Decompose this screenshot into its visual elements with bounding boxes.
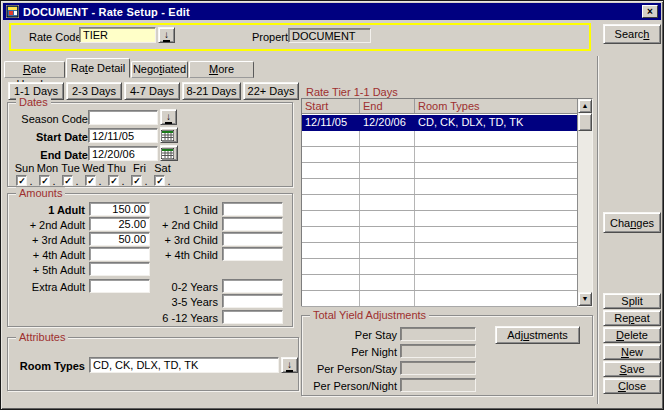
cell-start xyxy=(302,131,360,146)
cell-end xyxy=(360,227,415,242)
cell-room-types xyxy=(415,259,577,274)
weekday-checkbox[interactable]: ✓ xyxy=(108,175,119,186)
yield-input-2[interactable] xyxy=(400,361,476,375)
tier-table-empty-row[interactable] xyxy=(302,243,577,259)
tier-table-empty-row[interactable] xyxy=(302,147,577,163)
scroll-up-icon[interactable]: ▲ xyxy=(578,99,592,113)
tier-table-row[interactable]: 12/11/0512/20/06CD, CK, DLX, TD, TK xyxy=(302,115,577,131)
year-row-0-input[interactable] xyxy=(222,279,283,293)
adjustments-button[interactable]: Adjustments xyxy=(495,326,580,344)
yield-input-1[interactable] xyxy=(400,344,476,358)
weekday-label: Mon xyxy=(36,162,59,174)
save-button[interactable]: Save xyxy=(603,361,661,377)
tier-table-empty-row[interactable] xyxy=(302,291,577,307)
tab-rate-header[interactable]: Rate Header xyxy=(4,61,65,78)
tier-table-empty-row[interactable] xyxy=(302,195,577,211)
close-icon[interactable]: × xyxy=(642,5,658,18)
start-date-calendar-button[interactable] xyxy=(160,127,178,143)
weekday-check-row: ✓. xyxy=(151,175,174,186)
year-row-2-label: 6 -12 Years xyxy=(8,312,218,324)
tier-table-title: Rate Tier 1-1 Days xyxy=(306,85,398,99)
repeat-button[interactable]: Repeat xyxy=(603,310,661,326)
cell-end xyxy=(360,147,415,162)
cell-room-types xyxy=(415,275,577,290)
weekday-checkbox[interactable]: ✓ xyxy=(62,175,73,186)
split-button[interactable]: Split xyxy=(603,293,661,309)
tier-table-empty-row[interactable] xyxy=(302,163,577,179)
room-types-lov-button[interactable]: ↓ xyxy=(281,357,298,373)
season-code-input[interactable] xyxy=(88,110,158,125)
child-row-1-input[interactable] xyxy=(222,217,283,231)
cell-start xyxy=(302,243,360,258)
column-header-start: Start xyxy=(302,99,360,113)
child-row-2-input[interactable] xyxy=(222,232,283,246)
year-row-2-input[interactable] xyxy=(222,310,283,324)
weekday-checkbox[interactable]: ✓ xyxy=(39,175,50,186)
weekday-label: Thu xyxy=(105,162,128,174)
tier-table-empty-row[interactable] xyxy=(302,179,577,195)
room-types-input[interactable] xyxy=(89,357,279,373)
start-date-input[interactable] xyxy=(88,128,158,143)
tab-22-days[interactable]: 22+ Days xyxy=(243,82,299,100)
cell-start xyxy=(302,147,360,162)
weekday-label: Wed xyxy=(82,162,105,174)
year-row-1-input[interactable] xyxy=(222,294,283,308)
child-row-1-label: + 2nd Child xyxy=(8,219,218,231)
yield-input-3[interactable] xyxy=(400,378,476,392)
cell-start xyxy=(302,163,360,178)
tier-table-empty-row[interactable] xyxy=(302,131,577,147)
weekday-checkbox[interactable]: ✓ xyxy=(16,175,27,186)
weekday-checkbox[interactable]: ✓ xyxy=(85,175,96,186)
yield-label-0: Per Stay xyxy=(302,329,397,341)
attributes-group: Attributes Room Types ↓ xyxy=(7,337,299,391)
child-row-0-input[interactable] xyxy=(222,202,283,216)
rate-setup-window: DOCUMENT - Rate Setup - Edit × Rate Code… xyxy=(0,0,664,410)
cell-room-types xyxy=(415,147,577,162)
weekday-dot: . xyxy=(121,177,124,186)
yield-input-0[interactable] xyxy=(400,327,476,341)
column-header-end: End xyxy=(360,99,415,113)
child-row-3-label: + 4th Child xyxy=(8,249,218,261)
cell-start xyxy=(302,179,360,194)
child-row-3-input[interactable] xyxy=(222,247,283,261)
rate-code-input[interactable] xyxy=(79,27,156,43)
tier-table: Start End Room Types 12/11/0512/20/06CD,… xyxy=(301,98,593,307)
changes-button[interactable]: Changes xyxy=(603,212,661,233)
tab-rate-detail[interactable]: Rate Detail xyxy=(66,58,130,78)
cell-room-types xyxy=(415,227,577,242)
end-date-calendar-button[interactable] xyxy=(160,145,178,161)
cell-end xyxy=(360,163,415,178)
tier-table-header: Start End Room Types xyxy=(302,99,592,114)
rate-code-label: Rate Code xyxy=(29,30,82,44)
adult-row-4-input[interactable] xyxy=(89,262,150,276)
season-code-lov-button[interactable]: ↓ xyxy=(160,109,177,125)
tab-2-3-days[interactable]: 2-3 Days xyxy=(66,82,122,100)
cell-start xyxy=(302,275,360,290)
tier-table-empty-row[interactable] xyxy=(302,227,577,243)
tier-table-empty-row[interactable] xyxy=(302,211,577,227)
weekday-dot: . xyxy=(52,177,55,186)
rate-code-lov-button[interactable]: ↓ xyxy=(158,27,175,43)
tab-4-7-days[interactable]: 4-7 Days xyxy=(124,82,180,100)
weekday-dot: . xyxy=(29,177,32,186)
calendar-icon xyxy=(161,148,174,159)
tier-table-empty-row[interactable] xyxy=(302,259,577,275)
scrollbar-thumb[interactable] xyxy=(578,113,592,131)
scroll-down-icon[interactable]: ▼ xyxy=(578,292,592,306)
delete-button[interactable]: Delete xyxy=(603,327,661,343)
table-scrollbar[interactable]: ▲ ▼ xyxy=(577,99,592,306)
weekday-checkbox[interactable]: ✓ xyxy=(154,175,165,186)
search-button[interactable]: Search xyxy=(603,24,661,44)
tab-negotiated[interactable]: Negotiated xyxy=(131,61,188,78)
tier-table-empty-row[interactable] xyxy=(302,275,577,291)
weekday-check-row: ✓. xyxy=(36,175,59,186)
tab-8-21-days[interactable]: 8-21 Days xyxy=(182,82,241,100)
end-date-input[interactable] xyxy=(88,146,158,161)
title-bar[interactable]: DOCUMENT - Rate Setup - Edit × xyxy=(3,3,661,20)
cell-room-types: CD, CK, DLX, TD, TK xyxy=(415,115,577,130)
new-button[interactable]: New xyxy=(603,344,661,360)
weekday-checkbox[interactable]: ✓ xyxy=(131,175,142,186)
close-button[interactable]: Close xyxy=(603,378,661,394)
side-button-stack: SplitRepeatDeleteNewSaveClose xyxy=(603,293,661,394)
tab-more[interactable]: More xyxy=(189,61,254,78)
